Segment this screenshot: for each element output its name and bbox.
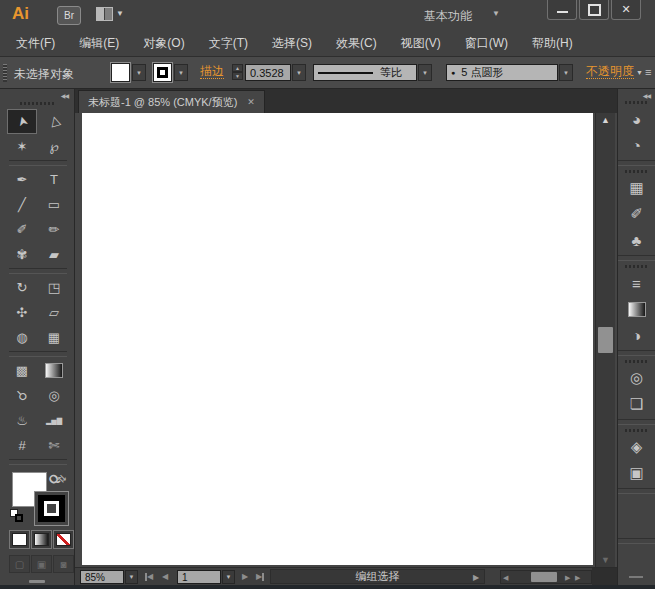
stroke-dropdown-icon[interactable]: ▼: [174, 64, 188, 81]
tool-eraser[interactable]: ▰: [39, 242, 69, 267]
arrange-documents-caret-icon[interactable]: ▼: [116, 9, 124, 18]
panel-layers[interactable]: ◈: [618, 434, 655, 460]
tool-type[interactable]: T: [39, 167, 69, 192]
panel-color-guide[interactable]: ◔: [618, 132, 655, 158]
stroke-weight-stepper[interactable]: ▲ ▼: [232, 64, 243, 81]
tool-pen[interactable]: ✒: [7, 167, 37, 192]
tool-scale[interactable]: ◳: [39, 275, 69, 300]
panel-appearance[interactable]: ◎: [618, 365, 655, 391]
panel-artboards[interactable]: ▣: [618, 460, 655, 486]
stepper-down-icon[interactable]: ▼: [232, 72, 243, 80]
menu-window[interactable]: 窗口(W): [453, 35, 520, 52]
tools-collapse-icon[interactable]: ◀◀: [61, 92, 68, 99]
default-fill-stroke-icon[interactable]: [10, 509, 25, 524]
maximize-button[interactable]: [579, 0, 609, 20]
tool-rectangle[interactable]: ▭: [39, 192, 69, 217]
tool-mesh[interactable]: ▩: [7, 358, 37, 383]
panel-graphic-styles[interactable]: ❏: [618, 391, 655, 417]
menu-view[interactable]: 视图(V): [389, 35, 453, 52]
artboard-dropdown-icon[interactable]: ▼: [222, 570, 235, 584]
tool-rotate[interactable]: ↻: [7, 275, 37, 300]
last-artboard-button[interactable]: ▶: [256, 572, 264, 581]
menu-effect[interactable]: 效果(C): [324, 35, 389, 52]
control-panel-menu-button[interactable]: ▼ ≡: [636, 66, 651, 78]
tab-close-icon[interactable]: ✕: [247, 97, 255, 107]
scroll-up-icon[interactable]: ▲: [596, 115, 615, 125]
workspace-switcher[interactable]: 基本功能: [424, 8, 472, 25]
tool-shape-builder[interactable]: ◍: [7, 325, 37, 350]
horizontal-scrollbar-thumb[interactable]: [531, 572, 557, 582]
dock-drag-handle[interactable]: [625, 265, 649, 268]
artboard-number-field[interactable]: 1: [177, 570, 221, 584]
vertical-scrollbar-thumb[interactable]: [598, 327, 613, 353]
draw-normal-button[interactable]: ▢: [9, 555, 30, 573]
vertical-scrollbar[interactable]: ▲ ▼: [595, 113, 615, 567]
stepper-up-icon[interactable]: ▲: [232, 64, 243, 72]
stroke-weight-dropdown-icon[interactable]: ▼: [292, 64, 306, 81]
tool-lasso[interactable]: ℘: [39, 134, 69, 159]
dock-drag-handle[interactable]: [625, 170, 649, 173]
draw-inside-button[interactable]: ◙: [53, 555, 74, 573]
scroll-right-end-icon[interactable]: ▶: [575, 574, 580, 582]
tool-paintbrush[interactable]: ✐: [7, 217, 37, 242]
tool-blob-brush[interactable]: ✾: [7, 242, 37, 267]
tool-direct-selection[interactable]: ▷: [39, 109, 69, 134]
none-button[interactable]: [53, 530, 74, 549]
menu-help[interactable]: 帮助(H): [520, 35, 585, 52]
gradient-button[interactable]: [31, 530, 52, 549]
fill-dropdown-icon[interactable]: ▼: [132, 64, 146, 81]
menu-select[interactable]: 选择(S): [260, 35, 324, 52]
zoom-level-field[interactable]: 85%: [80, 570, 124, 584]
bridge-button[interactable]: Br: [57, 6, 81, 25]
tool-eyedropper[interactable]: ⚲: [7, 383, 37, 408]
panel-color[interactable]: ◕: [618, 106, 655, 132]
tool-perspective-grid[interactable]: ▦: [39, 325, 69, 350]
tool-gradient[interactable]: [39, 358, 69, 383]
tool-free-transform[interactable]: ▱: [39, 300, 69, 325]
workspace-caret-icon[interactable]: ▼: [492, 9, 500, 18]
menu-file[interactable]: 文件(F): [4, 35, 67, 52]
first-artboard-button[interactable]: ◀: [145, 572, 153, 581]
minimize-button[interactable]: [547, 0, 577, 20]
opacity-panel-link[interactable]: 不透明度: [586, 65, 634, 79]
stroke-panel-link[interactable]: 描边: [200, 65, 224, 79]
panel-stroke[interactable]: ≡: [618, 270, 655, 296]
tool-magic-wand[interactable]: ✶: [7, 134, 37, 159]
document-tab[interactable]: 未标题-1 @ 85% (CMYK/预览) ✕: [78, 90, 265, 113]
stroke-swatch-indicator[interactable]: [35, 492, 68, 525]
tool-slice[interactable]: ✄: [39, 433, 69, 458]
panel-gradient[interactable]: [618, 296, 655, 322]
tool-line-segment[interactable]: ╱: [7, 192, 37, 217]
menu-type[interactable]: 文字(T): [197, 35, 260, 52]
tools-drag-handle[interactable]: [20, 102, 54, 105]
width-profile-dropdown-icon[interactable]: ▼: [418, 64, 432, 81]
status-flyout-icon[interactable]: ▶: [473, 573, 479, 582]
tool-selection[interactable]: ➤: [7, 109, 37, 134]
tool-blend[interactable]: ◎: [39, 383, 69, 408]
brush-definition-select[interactable]: ● 5 点圆形: [446, 64, 558, 81]
stroke-weight-field[interactable]: 0.3528: [245, 64, 291, 81]
dock-collapse-icon[interactable]: ◀◀: [643, 92, 650, 99]
panel-brushes[interactable]: ✐: [618, 201, 655, 227]
tool-symbol-sprayer[interactable]: ♨: [7, 408, 37, 433]
menu-object[interactable]: 对象(O): [131, 35, 196, 52]
brush-dropdown-icon[interactable]: ▼: [559, 64, 573, 81]
screen-mode-button[interactable]: [29, 580, 45, 583]
dock-drag-handle[interactable]: [625, 101, 649, 104]
dock-drag-handle[interactable]: [625, 429, 649, 432]
dock-drag-handle[interactable]: [625, 360, 649, 363]
menu-edit[interactable]: 编辑(E): [67, 35, 131, 52]
color-button[interactable]: [9, 530, 30, 549]
tool-width[interactable]: ✣: [7, 300, 37, 325]
scroll-right-icon[interactable]: ▶: [565, 574, 570, 582]
panel-symbols[interactable]: ♣: [618, 227, 655, 253]
stroke-color-swatch[interactable]: [154, 64, 171, 81]
tool-column-graph[interactable]: ▂▅▇: [39, 408, 69, 433]
previous-artboard-button[interactable]: ◀: [162, 572, 168, 581]
control-bar-grip[interactable]: [3, 64, 7, 82]
swap-fill-stroke-icon[interactable]: ⇄: [55, 472, 69, 486]
panel-swatches[interactable]: ▦: [618, 175, 655, 201]
zoom-dropdown-icon[interactable]: ▼: [125, 570, 138, 584]
fill-color-swatch[interactable]: [112, 64, 129, 81]
scroll-left-icon[interactable]: ◀: [503, 574, 508, 582]
